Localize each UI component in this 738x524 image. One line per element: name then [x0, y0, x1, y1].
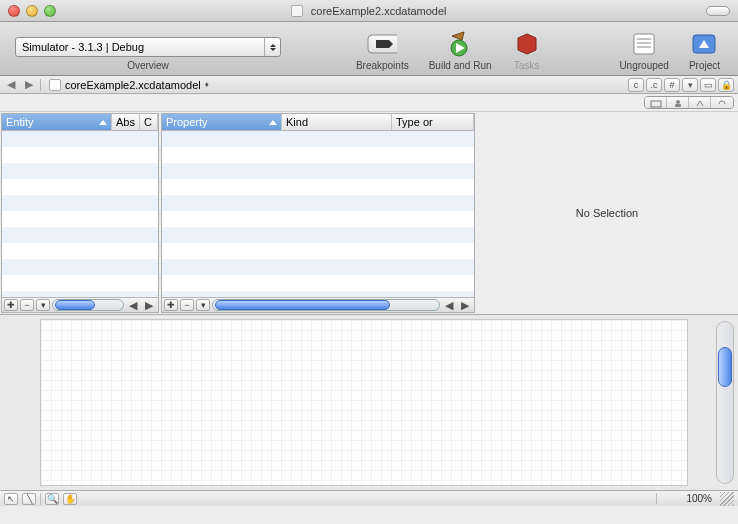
- table-row[interactable]: [2, 131, 158, 147]
- toolbar-toggle-button[interactable]: [706, 6, 730, 16]
- diagram-vscroll-thumb[interactable]: [718, 347, 732, 387]
- table-row[interactable]: [162, 147, 474, 163]
- diagram-canvas[interactable]: [40, 319, 688, 486]
- tasks-button[interactable]: Tasks: [512, 30, 542, 71]
- lock-button[interactable]: 🔒: [718, 78, 734, 92]
- type-column[interactable]: Type or: [392, 114, 474, 130]
- remove-entity-button[interactable]: −: [20, 299, 34, 311]
- scroll-right-button[interactable]: ▶: [458, 299, 472, 312]
- entity-hscrollbar[interactable]: [52, 299, 124, 311]
- resize-grip[interactable]: [720, 492, 734, 506]
- inspector-tab-config[interactable]: [689, 97, 711, 109]
- diagram-vscroll-track[interactable]: [716, 321, 734, 484]
- history-back-button[interactable]: ◀: [4, 78, 18, 92]
- detail-pane: No Selection: [477, 113, 737, 313]
- path-bar: ◀ ▶ coreExample2.xcdatamodel ♦ c .c # ▾ …: [0, 76, 738, 94]
- inspector-tab-general[interactable]: [645, 97, 667, 109]
- active-sdk-dropdown[interactable]: Simulator - 3.1.3 | Debug: [15, 37, 281, 57]
- document-icon: [49, 79, 61, 91]
- entity-view-mode-button[interactable]: ▾: [36, 299, 50, 311]
- no-selection-label: No Selection: [576, 207, 638, 219]
- magnify-tool-button[interactable]: 🔍: [45, 493, 59, 505]
- history-forward-button[interactable]: ▶: [22, 78, 36, 92]
- table-row[interactable]: [162, 131, 474, 147]
- included-files-button[interactable]: .c: [646, 78, 662, 92]
- table-row[interactable]: [162, 275, 474, 291]
- ungrouped-label: Ungrouped: [619, 60, 668, 71]
- property-list-pane: Property Kind Type or ✚ − ▾ ◀ ▶: [161, 113, 475, 313]
- property-view-mode-button[interactable]: ▾: [196, 299, 210, 311]
- table-row[interactable]: [162, 243, 474, 259]
- table-row[interactable]: [2, 259, 158, 275]
- table-row[interactable]: [162, 163, 474, 179]
- table-row[interactable]: [162, 259, 474, 275]
- line-tool-button[interactable]: ╲: [22, 493, 36, 505]
- ungrouped-button[interactable]: Ungrouped: [619, 30, 668, 71]
- window-titlebar: coreExample2.xcdatamodel: [0, 0, 738, 22]
- table-row[interactable]: [2, 275, 158, 291]
- popup-indicator-icon: ♦: [205, 80, 209, 89]
- property-column-label: Property: [166, 116, 208, 128]
- path-document-name: coreExample2.xcdatamodel: [65, 79, 201, 91]
- entity-rows[interactable]: [2, 131, 158, 297]
- property-pane-footer: ✚ − ▾ ◀ ▶: [162, 297, 474, 312]
- scroll-right-button[interactable]: ▶: [142, 299, 156, 312]
- svg-marker-4: [518, 34, 536, 54]
- table-row[interactable]: [162, 227, 474, 243]
- build-and-run-label: Build and Run: [429, 60, 492, 71]
- add-property-button[interactable]: ✚: [164, 299, 178, 311]
- hand-tool-button[interactable]: ✋: [63, 493, 77, 505]
- breakpoints-mini-button[interactable]: ▾: [682, 78, 698, 92]
- table-row[interactable]: [2, 147, 158, 163]
- entity-column[interactable]: Entity: [2, 114, 112, 130]
- svg-rect-12: [675, 104, 681, 107]
- table-row[interactable]: [2, 227, 158, 243]
- table-row[interactable]: [2, 163, 158, 179]
- scroll-left-button[interactable]: ◀: [126, 299, 140, 312]
- remove-property-button[interactable]: −: [180, 299, 194, 311]
- svg-rect-5: [634, 34, 654, 54]
- inspector-segmented-control[interactable]: [644, 96, 734, 109]
- diagram-area: [0, 314, 738, 490]
- status-bar: ↖ ╲ 🔍 ✋ 100%: [0, 490, 738, 506]
- window-title-text: coreExample2.xcdatamodel: [311, 5, 447, 17]
- project-label: Project: [689, 60, 720, 71]
- ungrouped-icon: [629, 30, 659, 58]
- entity-pane-footer: ✚ − ▾ ◀ ▶: [2, 297, 158, 312]
- breakpoints-button[interactable]: Breakpoints: [356, 30, 409, 71]
- pointer-tool-button[interactable]: ↖: [4, 493, 18, 505]
- class-browser-button[interactable]: ▭: [700, 78, 716, 92]
- property-column[interactable]: Property: [162, 114, 282, 130]
- breakpoints-label: Breakpoints: [356, 60, 409, 71]
- table-row[interactable]: [162, 195, 474, 211]
- table-row[interactable]: [2, 243, 158, 259]
- table-row[interactable]: [162, 179, 474, 195]
- svg-point-11: [676, 100, 680, 104]
- tasks-icon: [512, 30, 542, 58]
- kind-column[interactable]: Kind: [282, 114, 392, 130]
- table-row[interactable]: [2, 179, 158, 195]
- build-and-run-button[interactable]: Build and Run: [429, 30, 492, 71]
- project-button[interactable]: Project: [689, 30, 720, 71]
- abstract-column[interactable]: Abs: [112, 114, 140, 130]
- table-row[interactable]: [2, 195, 158, 211]
- path-document[interactable]: coreExample2.xcdatamodel ♦: [45, 79, 213, 91]
- zoom-level[interactable]: 100%: [656, 493, 716, 504]
- property-rows[interactable]: [162, 131, 474, 297]
- table-row[interactable]: [2, 211, 158, 227]
- class-column[interactable]: C: [140, 114, 158, 130]
- add-entity-button[interactable]: ✚: [4, 299, 18, 311]
- inspector-tab-sync[interactable]: [711, 97, 733, 109]
- pathbar-right-controls: c .c # ▾ ▭ 🔒: [628, 78, 734, 92]
- entity-column-label: Entity: [6, 116, 34, 128]
- inspector-tab-user[interactable]: [667, 97, 689, 109]
- bookmarks-button[interactable]: #: [664, 78, 680, 92]
- document-icon: [291, 5, 303, 17]
- table-row[interactable]: [162, 211, 474, 227]
- model-editor: Entity Abs C ✚ − ▾ ◀ ▶ Property Kind Typ…: [0, 112, 738, 314]
- svg-rect-10: [651, 101, 661, 107]
- counterpart-button[interactable]: c: [628, 78, 644, 92]
- property-hscrollbar[interactable]: [212, 299, 440, 311]
- scroll-left-button[interactable]: ◀: [442, 299, 456, 312]
- entity-list-pane: Entity Abs C ✚ − ▾ ◀ ▶: [1, 113, 159, 313]
